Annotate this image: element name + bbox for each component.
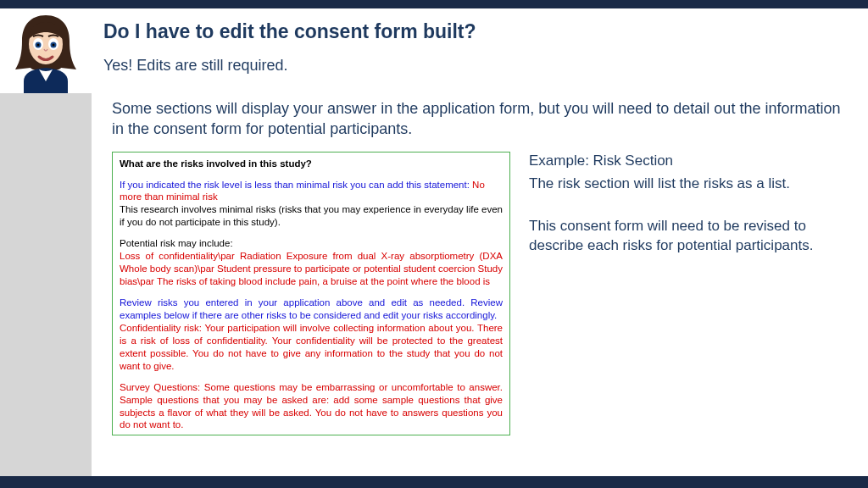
example-block-3: Review risks you entered in your applica… [120,297,503,373]
top-bar [0,0,868,8]
blue-text-1: If you indicated the risk level is less … [120,180,472,190]
note-3: This consent form will need to be revise… [529,217,848,256]
intro-paragraph: Some sections will display your answer i… [112,98,848,140]
note-1: Example: Risk Section [529,152,848,171]
black-text-1: This research involves minimal risks (ri… [120,203,503,229]
avatar-container [0,8,92,93]
red-text-2: Confidentiality risk: Your participation… [120,322,503,373]
example-block-4: Survey Questions: Some questions may be … [120,381,503,432]
avatar-icon [5,10,86,93]
svg-point-6 [53,44,55,47]
bottom-bar [0,476,868,488]
side-notes: Example: Risk Section The risk section w… [529,152,848,436]
red-text-1: Loss of confidentiality\par Radiation Ex… [120,250,503,288]
two-column-layout: What are the risks involved in this stud… [112,152,848,436]
blue-text-2: Review risks you entered in your applica… [120,297,503,322]
red-text-3: Survey Questions: Some questions may be … [120,381,503,432]
risk-example-box: What are the risks involved in this stud… [112,152,510,436]
black-text-2: Potential risk may include: [120,237,503,250]
example-heading: What are the risks involved in this stud… [120,158,503,170]
example-block-1: If you indicated the risk level is less … [120,179,503,230]
svg-point-5 [37,44,40,47]
note-2: The risk section will list the risks as … [529,175,848,194]
page-title: Do I have to edit the consent form built… [103,20,868,43]
main-content: Do I have to edit the consent form built… [92,8,868,476]
example-block-2: Potential risk may include: Loss of conf… [120,237,503,288]
subtitle-text: Yes! Edits are still required. [103,57,868,75]
